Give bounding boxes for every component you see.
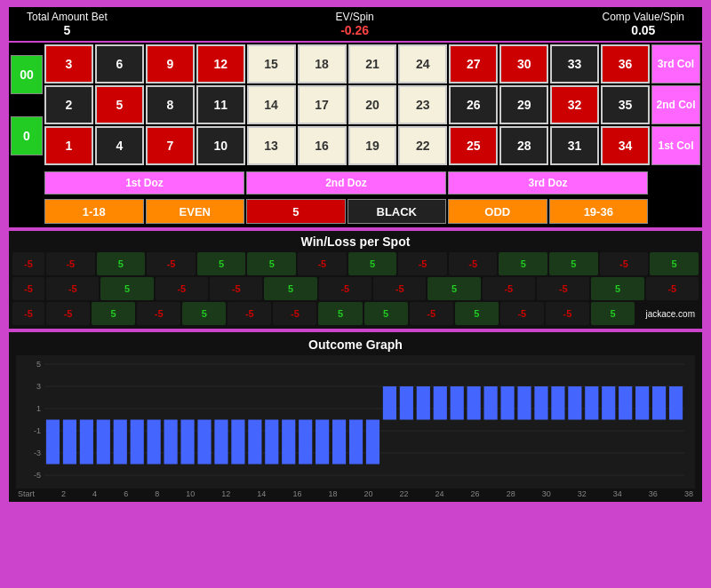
num-cell-28[interactable]: 28 (499, 126, 548, 165)
bet-1-18[interactable]: 1-18 (44, 199, 144, 224)
wl-cell-1-9: -5 (537, 277, 589, 300)
num-cell-31[interactable]: 31 (550, 126, 599, 165)
num-cell-24[interactable]: 24 (398, 44, 447, 83)
x-label-36: 36 (649, 489, 658, 498)
wl-cell-0-10: 5 (549, 252, 598, 275)
num-cell-16[interactable]: 16 (298, 126, 347, 165)
num-cell-20[interactable]: 20 (348, 85, 397, 124)
svg-rect-17 (131, 420, 144, 465)
num-cell-27[interactable]: 27 (449, 44, 498, 83)
num-cell-33[interactable]: 33 (550, 44, 599, 83)
ev-spin-value: -0.26 (335, 23, 373, 37)
svg-rect-49 (669, 386, 683, 420)
num-cell-10[interactable]: 10 (196, 126, 245, 165)
num-cell-1[interactable]: 1 (44, 126, 93, 165)
x-label-2: 2 (61, 489, 66, 498)
svg-rect-44 (585, 386, 598, 420)
wl-cell-0-6: 5 (348, 252, 397, 275)
svg-text:5: 5 (36, 360, 41, 369)
num-cell-4[interactable]: 4 (95, 126, 144, 165)
roulette-board: 00 0 36912151821242730333625811141720232… (9, 43, 702, 227)
num-cell-29[interactable]: 29 (499, 85, 548, 124)
ev-spin-label: EV/Spin (335, 11, 373, 23)
wl-cell-2-4: -5 (228, 302, 271, 325)
svg-rect-43 (568, 386, 581, 420)
x-label-14: 14 (257, 489, 266, 498)
svg-rect-22 (214, 420, 228, 465)
num-cell-9[interactable]: 9 (146, 44, 195, 83)
num-cell-23[interactable]: 23 (398, 85, 447, 124)
wl-cell-1-7: 5 (427, 277, 480, 300)
svg-text:-3: -3 (34, 449, 41, 457)
wl-cell-2-1: 5 (92, 302, 135, 325)
wl-left-1: -5 (12, 277, 44, 300)
wl-cell-1-4: 5 (264, 277, 316, 300)
num-cell-2[interactable]: 2 (44, 85, 93, 124)
bet-black[interactable]: BLACK (348, 199, 447, 224)
num-cell-22[interactable]: 22 (398, 126, 447, 165)
svg-rect-35 (434, 386, 447, 420)
svg-rect-30 (349, 420, 363, 465)
col-3rd[interactable]: 3rd Col (651, 44, 700, 83)
svg-rect-23 (231, 420, 244, 465)
second-dozen[interactable]: 2nd Doz (246, 171, 446, 195)
svg-rect-36 (451, 386, 464, 420)
svg-rect-47 (635, 386, 649, 420)
bet-even[interactable]: EVEN (146, 199, 245, 224)
num-cell-32[interactable]: 32 (550, 85, 599, 124)
num-cell-21[interactable]: 21 (348, 44, 397, 83)
wl-cell-0-7: -5 (398, 252, 447, 275)
graph-title: Outcome Graph (16, 338, 695, 352)
x-label-Start: Start (18, 489, 35, 498)
col-1st[interactable]: 1st Col (651, 126, 700, 165)
x-label-34: 34 (613, 489, 622, 498)
wl-cell-2-9: 5 (455, 302, 499, 325)
num-cell-34[interactable]: 34 (601, 126, 650, 165)
winloss-row-1: -5-55-5-55-5-55-5-55-5 (12, 277, 699, 300)
first-dozen[interactable]: 1st Doz (44, 171, 244, 195)
num-cell-11[interactable]: 11 (196, 85, 245, 124)
num-cell-5[interactable]: 5 (95, 85, 144, 124)
svg-rect-12 (46, 420, 60, 465)
svg-rect-25 (265, 420, 278, 465)
num-cell-26[interactable]: 26 (449, 85, 498, 124)
zero[interactable]: 0 (11, 116, 43, 155)
x-label-4: 4 (92, 489, 97, 498)
bet-odd[interactable]: ODD (448, 199, 547, 224)
wl-cell-2-6: 5 (318, 302, 362, 325)
wl-cell-1-11: -5 (646, 277, 699, 300)
graph-section: Outcome Graph 531-1-3-5 Start24681012141… (9, 332, 702, 502)
num-cell-19[interactable]: 19 (348, 126, 397, 165)
wl-cell-2-0: -5 (46, 302, 90, 325)
x-label-38: 38 (684, 489, 693, 498)
bet-red[interactable]: 5 (246, 199, 346, 224)
double-zero[interactable]: 00 (11, 55, 43, 94)
num-cell-18[interactable]: 18 (298, 44, 347, 83)
wl-left-2: -5 (12, 302, 44, 325)
num-cell-13[interactable]: 13 (247, 126, 296, 165)
num-cell-12[interactable]: 12 (196, 44, 245, 83)
svg-rect-32 (383, 386, 396, 420)
third-dozen[interactable]: 3rd Doz (448, 171, 648, 195)
svg-text:-1: -1 (34, 426, 41, 435)
num-cell-17[interactable]: 17 (298, 85, 347, 124)
svg-rect-37 (467, 386, 481, 420)
num-cell-14[interactable]: 14 (247, 85, 296, 124)
col-2nd[interactable]: 2nd Col (651, 85, 700, 124)
num-cell-7[interactable]: 7 (146, 126, 195, 165)
num-cell-3[interactable]: 3 (44, 44, 93, 83)
num-cell-35[interactable]: 35 (601, 85, 650, 124)
bet-19-36[interactable]: 19-36 (549, 199, 649, 224)
wl-cell-2-7: 5 (364, 302, 408, 325)
wl-cell-1-8: -5 (483, 277, 535, 300)
num-cell-36[interactable]: 36 (601, 44, 650, 83)
num-cell-25[interactable]: 25 (449, 126, 498, 165)
num-cell-15[interactable]: 15 (247, 44, 296, 83)
wl-cell-0-11: -5 (600, 252, 649, 275)
wl-cell-0-8: -5 (449, 252, 498, 275)
svg-text:-5: -5 (34, 471, 41, 480)
num-cell-30[interactable]: 30 (499, 44, 548, 83)
wl-cell-0-12: 5 (650, 252, 699, 275)
num-cell-6[interactable]: 6 (95, 44, 144, 83)
num-cell-8[interactable]: 8 (146, 85, 195, 124)
